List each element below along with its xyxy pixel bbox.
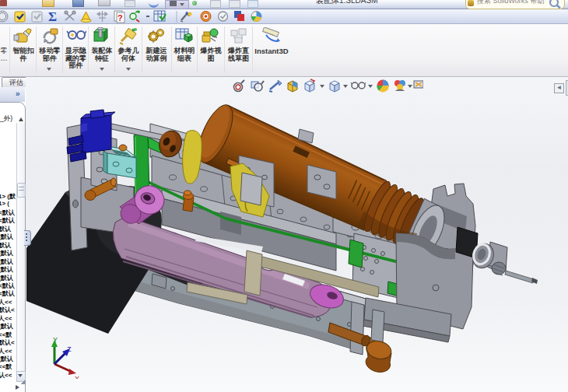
svg-text:Y: Y [53,336,58,344]
svg-text:?: ? [117,13,123,23]
svg-text:Σ: Σ [48,10,57,23]
svg-text:X: X [75,375,79,379]
svg-text:Z: Z [67,345,72,353]
